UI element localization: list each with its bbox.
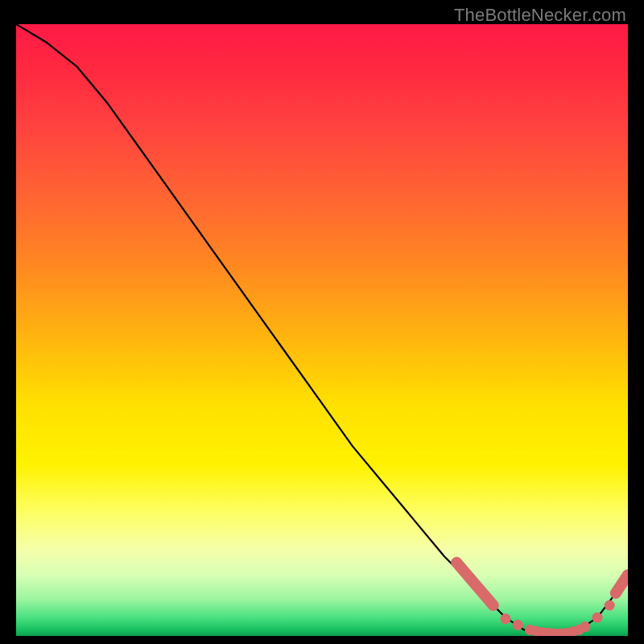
watermark-text: TheBottleNecker.com [454,5,626,26]
plot-area [16,24,628,636]
svg-line-0 [456,563,493,605]
svg-point-15 [605,601,615,611]
highlight-segments [456,563,628,605]
floor-dots [501,601,615,637]
svg-point-2 [501,613,511,624]
svg-point-3 [513,620,523,630]
bottleneck-curve [16,24,628,636]
svg-point-14 [592,613,603,623]
svg-point-13 [580,621,590,632]
svg-line-1 [616,575,628,593]
chart-svg [16,24,628,636]
chart-frame: TheBottleNecker.com [0,0,644,644]
